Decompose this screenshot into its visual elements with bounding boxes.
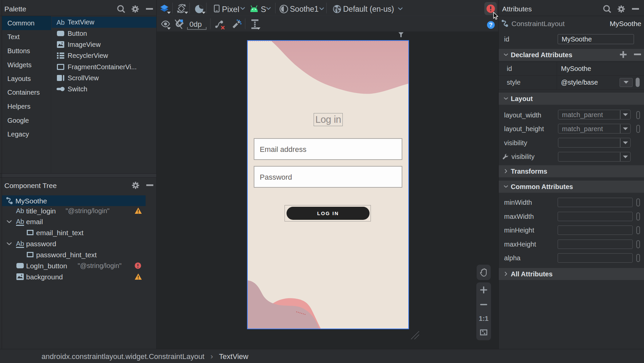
svg-text:1:1: 1:1	[479, 315, 489, 322]
